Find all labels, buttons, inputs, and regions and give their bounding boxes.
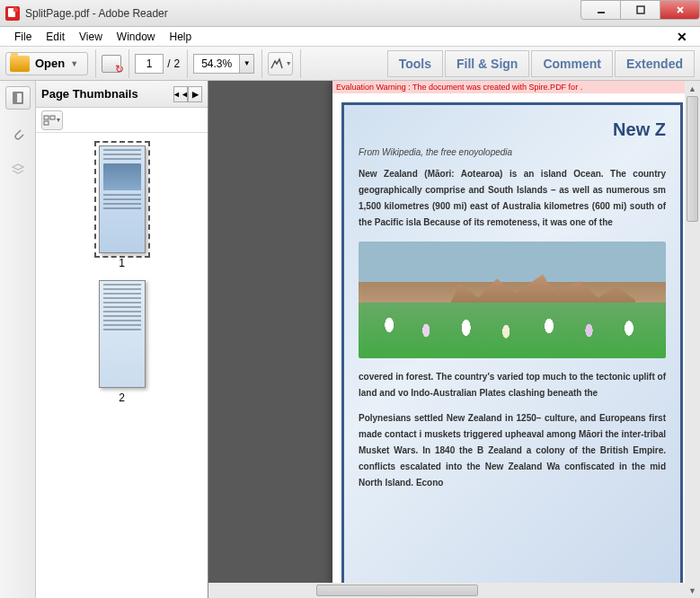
menu-file[interactable]: File (7, 29, 39, 45)
document-subtitle: From Wikipedia, the free enoyolopedia (359, 147, 666, 157)
document-close-button[interactable]: ✕ (671, 30, 693, 44)
thumbnail-item[interactable]: 1 (95, 142, 149, 273)
vertical-scrollbar[interactable]: ▲ ▼ (685, 81, 700, 598)
zoom-input[interactable] (194, 55, 239, 73)
zoom-control: ▼ (193, 54, 254, 74)
toolbar: Open ▼ / 2 ▼ ▼ Tools Fill & Sign Comment… (0, 47, 700, 81)
document-page: Evaluation Warning : The document was cr… (332, 81, 692, 598)
thumbnails-options-button[interactable]: ▼ (41, 110, 63, 130)
document-content: New Z From Wikipedia, the free enoyolope… (341, 102, 683, 598)
fill-sign-panel-button[interactable]: Fill & Sign (445, 50, 529, 77)
thumbnails-list: 1 2 (36, 133, 208, 598)
open-label: Open (35, 57, 65, 70)
svg-rect-8 (44, 121, 49, 125)
svg-rect-1 (637, 6, 644, 13)
folder-icon (10, 56, 30, 72)
scroll-track[interactable] (685, 96, 700, 583)
svg-rect-7 (50, 116, 55, 119)
scroll-thumb[interactable] (687, 96, 698, 222)
document-image (359, 242, 666, 358)
horizontal-scrollbar[interactable] (208, 583, 685, 598)
thumbnails-title: Page Thumbnails (41, 87, 138, 101)
app-icon (5, 6, 20, 21)
chevron-down-icon: ▼ (56, 117, 62, 123)
thumbnails-prev-button[interactable]: ◄◄ (173, 86, 188, 102)
menu-help[interactable]: Help (163, 29, 199, 45)
thumbnails-header: Page Thumbnails ◄◄ ▶ (36, 81, 208, 108)
current-page-input[interactable] (135, 54, 164, 74)
maximize-button[interactable] (620, 0, 660, 20)
document-paragraph: covered in forest. The country's varied … (359, 369, 666, 401)
chevron-down-icon: ▼ (244, 59, 251, 67)
thumbnails-toolbar: ▼ (36, 108, 208, 133)
open-button[interactable]: Open ▼ (5, 52, 88, 75)
thumbnail-label: 1 (119, 257, 125, 269)
thumbnails-rail-button[interactable] (5, 86, 31, 110)
chevron-down-icon: ▼ (70, 59, 78, 68)
document-paragraph: Polynesians settled New Zealand in 1250–… (359, 410, 666, 491)
minimize-button[interactable] (580, 0, 621, 20)
tools-panel-button[interactable]: Tools (387, 50, 443, 77)
total-pages: 2 (174, 57, 181, 70)
thumbnail-label: 2 (119, 391, 125, 404)
window-titlebar: SplitPage.pdf - Adobe Reader (0, 0, 700, 27)
thumbnail-item[interactable]: 2 (95, 277, 149, 408)
svg-rect-6 (44, 116, 49, 119)
window-controls (581, 0, 700, 26)
chevron-down-icon: ▼ (286, 60, 292, 66)
menu-edit[interactable]: Edit (39, 29, 72, 45)
thumbnail-preview (99, 145, 146, 253)
evaluation-warning: Evaluation Warning : The document was cr… (332, 81, 692, 93)
layers-rail-button[interactable] (5, 158, 31, 181)
page-number-control: / 2 (135, 54, 180, 74)
menubar: File Edit View Window Help ✕ (0, 27, 700, 47)
read-mode-button[interactable]: ▼ (268, 52, 293, 75)
svg-rect-5 (13, 92, 17, 103)
attachments-rail-button[interactable] (5, 122, 31, 145)
thumbnail-preview (99, 280, 146, 388)
window-title: SplitPage.pdf - Adobe Reader (25, 7, 581, 20)
menu-window[interactable]: Window (110, 29, 163, 45)
thumbnails-panel: Page Thumbnails ◄◄ ▶ ▼ 1 (36, 81, 208, 598)
document-viewer[interactable]: Evaluation Warning : The document was cr… (208, 81, 700, 598)
convert-pdf-button[interactable] (102, 55, 121, 73)
hscroll-thumb[interactable] (316, 585, 478, 596)
thumbnails-next-button[interactable]: ▶ (188, 86, 202, 102)
comment-panel-button[interactable]: Comment (531, 50, 613, 77)
page-separator: / (167, 57, 170, 70)
zoom-dropdown-button[interactable]: ▼ (239, 55, 253, 73)
document-paragraph: New Zealand (Māori: Aotearoa) is an isla… (359, 166, 666, 231)
main-area: Page Thumbnails ◄◄ ▶ ▼ 1 (0, 81, 700, 598)
menu-view[interactable]: View (72, 29, 110, 45)
document-title: New Z (359, 119, 666, 140)
close-button[interactable] (660, 0, 700, 20)
scroll-up-button[interactable]: ▲ (685, 81, 700, 96)
left-rail (0, 81, 36, 598)
extended-panel-button[interactable]: Extended (615, 50, 695, 77)
scroll-down-button[interactable]: ▼ (685, 583, 700, 598)
